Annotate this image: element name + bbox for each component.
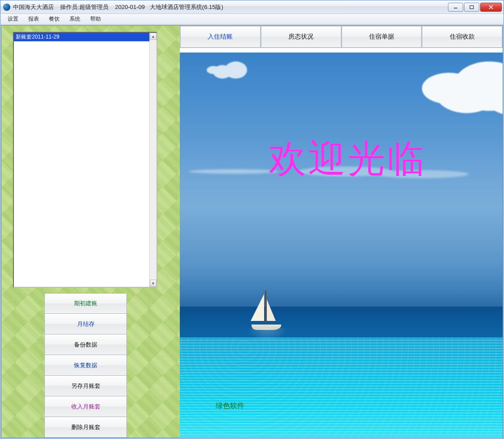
tab-lodging-payments[interactable]: 住宿收款 xyxy=(422,26,503,48)
btn-initial-account[interactable]: 期初建账 xyxy=(44,293,127,314)
account-list[interactable]: 新账套2011-11-29 xyxy=(14,33,149,287)
btn-restore[interactable]: 恢复数据 xyxy=(44,355,127,376)
side-buttons: 期初建账 月结存 备份数据 恢复数据 另存月账套 收入月账套 删除月账套 xyxy=(44,293,127,438)
maximize-button[interactable] xyxy=(464,3,479,12)
tab-checkin-billing[interactable]: 入住结账 xyxy=(180,26,261,48)
window-title: 中国海天大酒店 操作员:超级管理员 2020-01-09 大地球酒店管理系统(6… xyxy=(13,3,448,11)
list-item[interactable]: 新账套2011-11-29 xyxy=(14,33,149,41)
watermark-text: 绿色软件 xyxy=(216,401,244,411)
scrollbar[interactable]: ▲ ▼ xyxy=(149,33,156,287)
background-scene: 欢迎光临 绿色软件 xyxy=(180,53,503,438)
menu-settings[interactable]: 设置 xyxy=(3,14,23,24)
menu-reports[interactable]: 报表 xyxy=(24,14,43,24)
scroll-up-icon[interactable]: ▲ xyxy=(150,33,156,40)
cloud-icon xyxy=(207,66,220,74)
cloud-icon xyxy=(189,169,278,174)
side-panel: 新账套2011-11-29 ▲ ▼ 期初建账 月结存 备份数据 恢复数据 另存月… xyxy=(1,26,180,438)
svg-rect-1 xyxy=(470,5,474,9)
menubar: 设置 报表 餐饮 系统 帮助 xyxy=(0,14,504,25)
app-window: 中国海天大酒店 操作员:超级管理员 2020-01-09 大地球酒店管理系统(6… xyxy=(0,0,504,439)
welcome-text: 欢迎光临 xyxy=(269,133,426,184)
titlebar: 中国海天大酒店 操作员:超级管理员 2020-01-09 大地球酒店管理系统(6… xyxy=(0,0,504,14)
btn-income-month[interactable]: 收入月账套 xyxy=(44,396,127,417)
tab-lodging-docs[interactable]: 住宿单据 xyxy=(342,26,422,48)
close-button[interactable] xyxy=(480,3,502,12)
main-area: 入住结账 房态状况 住宿单据 住宿收款 欢迎光临 xyxy=(180,26,503,438)
menu-dining[interactable]: 餐饮 xyxy=(44,14,64,24)
menu-help[interactable]: 帮助 xyxy=(86,14,105,24)
top-tabs: 入住结账 房态状况 住宿单据 住宿收款 xyxy=(180,26,503,48)
btn-saveas-month[interactable]: 另存月账套 xyxy=(44,376,127,396)
account-listbox[interactable]: 新账套2011-11-29 ▲ ▼ xyxy=(13,32,157,288)
btn-backup[interactable]: 备份数据 xyxy=(44,334,127,355)
btn-month-close[interactable]: 月结存 xyxy=(44,314,127,334)
cloud-icon xyxy=(422,73,476,104)
window-controls xyxy=(448,3,502,12)
scroll-down-icon[interactable]: ▼ xyxy=(150,280,156,287)
minimize-button[interactable] xyxy=(448,3,463,12)
btn-delete-month[interactable]: 删除月账套 xyxy=(44,417,127,438)
client-area: 新账套2011-11-29 ▲ ▼ 期初建账 月结存 备份数据 恢复数据 另存月… xyxy=(1,25,503,438)
tab-room-status[interactable]: 房态状况 xyxy=(261,26,342,48)
menu-system[interactable]: 系统 xyxy=(65,14,85,24)
app-icon xyxy=(3,4,10,11)
